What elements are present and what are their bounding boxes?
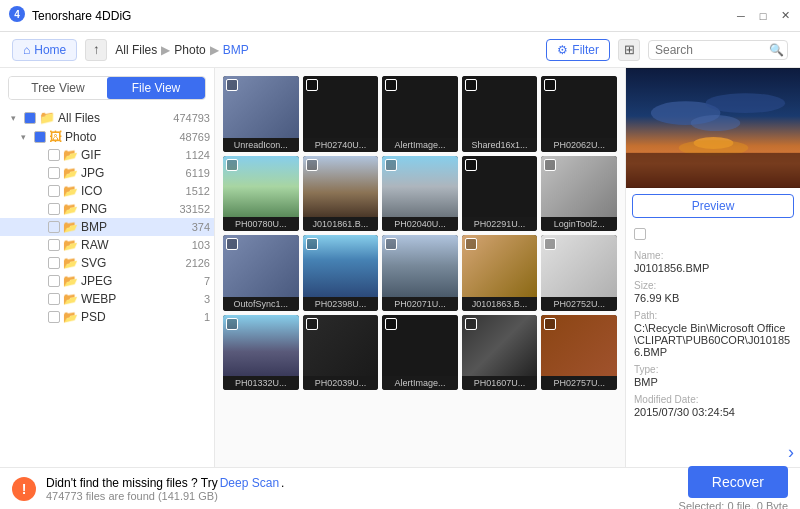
sidebar-item-psd[interactable]: 📂 PSD 1 [0,308,214,326]
search-icon[interactable]: 🔍 [769,43,784,57]
file-thumb-12[interactable]: PH02071U... [382,235,458,311]
gif-checkbox[interactable] [48,149,60,161]
sidebar-item-jpeg[interactable]: 📂 JPEG 7 [0,272,214,290]
bmp-checkbox[interactable] [48,221,60,233]
meta-type: Type: BMP [634,364,792,388]
raw-checkbox[interactable] [48,239,60,251]
home-button[interactable]: ⌂ Home [12,39,77,61]
thumb-checkbox-7[interactable] [385,159,397,171]
file-thumb-18[interactable]: PH01607U... [462,315,538,391]
thumb-checkbox-1[interactable] [306,79,318,91]
filter-button[interactable]: ⚙ Filter [546,39,610,61]
jpg-checkbox[interactable] [48,167,60,179]
thumb-checkbox-0[interactable] [226,79,238,91]
file-thumb-7[interactable]: PH02040U... [382,156,458,232]
raw-count: 103 [192,239,210,251]
svg-point-4 [706,93,786,113]
meta-name: Name: J0101856.BMP [634,250,792,274]
meta-next: › [626,442,800,467]
preview-button[interactable]: Preview [632,194,794,218]
maximize-button[interactable]: □ [756,9,770,23]
deep-scan-link[interactable]: Deep Scan [220,476,279,490]
sidebar-item-svg[interactable]: 📂 SVG 2126 [0,254,214,272]
thumb-checkbox-8[interactable] [465,159,477,171]
thumb-checkbox-12[interactable] [385,238,397,250]
recover-button[interactable]: Recover [688,466,788,498]
file-view-tab[interactable]: File View [107,77,205,99]
thumb-checkbox-18[interactable] [465,318,477,330]
thumb-checkbox-14[interactable] [544,238,556,250]
breadcrumb-photo[interactable]: Photo [174,43,205,57]
thumb-checkbox-11[interactable] [306,238,318,250]
file-thumb-8[interactable]: PH02291U... [462,156,538,232]
search-input[interactable] [655,43,765,57]
jpg-count: 6119 [186,167,210,179]
grid-view-button[interactable]: ⊞ [618,39,640,61]
psd-folder-icon: 📂 [63,310,78,324]
thumb-checkbox-9[interactable] [544,159,556,171]
breadcrumb-allfiles[interactable]: All Files [115,43,157,57]
file-thumb-11[interactable]: PH02398U... [303,235,379,311]
file-thumb-10[interactable]: OutofSync1... [223,235,299,311]
file-thumb-5[interactable]: PH00780U... [223,156,299,232]
sidebar-item-gif[interactable]: 📂 GIF 1124 [0,146,214,164]
file-thumb-17[interactable]: AlertImage... [382,315,458,391]
file-select-checkbox[interactable] [634,228,646,240]
sidebar-item-bmp[interactable]: 📂 BMP 374 [0,218,214,236]
file-thumb-15[interactable]: PH01332U... [223,315,299,391]
thumb-checkbox-5[interactable] [226,159,238,171]
file-thumb-0[interactable]: UnreadIcon... [223,76,299,152]
thumb-name-16: PH02039U... [303,376,379,390]
thumb-checkbox-19[interactable] [544,318,556,330]
thumb-checkbox-15[interactable] [226,318,238,330]
file-thumb-2[interactable]: AlertImage... [382,76,458,152]
tree-view-tab[interactable]: Tree View [9,77,107,99]
thumb-checkbox-10[interactable] [226,238,238,250]
nav-up-button[interactable]: ↑ [85,39,107,61]
file-thumb-16[interactable]: PH02039U... [303,315,379,391]
sidebar-item-ico[interactable]: 📂 ICO 1512 [0,182,214,200]
file-thumb-1[interactable]: PH02740U... [303,76,379,152]
svg-count: 2126 [186,257,210,269]
thumb-checkbox-17[interactable] [385,318,397,330]
sidebar-item-png[interactable]: 📂 PNG 33152 [0,200,214,218]
webp-checkbox[interactable] [48,293,60,305]
meta-modified-value: 2015/07/30 03:24:54 [634,406,792,418]
file-thumb-13[interactable]: J0101863.B... [462,235,538,311]
png-checkbox[interactable] [48,203,60,215]
file-thumb-19[interactable]: PH02757U... [541,315,617,391]
photo-checkbox[interactable] [34,131,46,143]
breadcrumb-bmp[interactable]: BMP [223,43,249,57]
sidebar-item-jpg[interactable]: 📂 JPG 6119 [0,164,214,182]
thumb-checkbox-6[interactable] [306,159,318,171]
sidebar-item-raw[interactable]: 📂 RAW 103 [0,236,214,254]
thumb-name-0: UnreadIcon... [223,138,299,152]
thumb-checkbox-4[interactable] [544,79,556,91]
sidebar-item-webp[interactable]: 📂 WEBP 3 [0,290,214,308]
minimize-button[interactable]: ─ [734,9,748,23]
thumb-checkbox-2[interactable] [385,79,397,91]
sidebar: Tree View File View ▾ 📁 All Files 474793… [0,68,215,467]
ico-checkbox[interactable] [48,185,60,197]
jpeg-checkbox[interactable] [48,275,60,287]
jpg-label: JPG [81,166,181,180]
close-button[interactable]: ✕ [778,9,792,23]
file-thumb-14[interactable]: PH02752U... [541,235,617,311]
sidebar-item-allfiles[interactable]: ▾ 📁 All Files 474793 [0,108,214,127]
file-thumb-3[interactable]: Shared16x1... [462,76,538,152]
svg-checkbox[interactable] [48,257,60,269]
thumb-checkbox-3[interactable] [465,79,477,91]
thumb-checkbox-16[interactable] [306,318,318,330]
thumb-checkbox-13[interactable] [465,238,477,250]
file-area: UnreadIcon... PH02740U... AlertImage... … [215,68,625,467]
titlebar-controls: ─ □ ✕ [734,9,792,23]
file-thumb-6[interactable]: J0101861.B... [303,156,379,232]
titlebar: 4 Tenorshare 4DDiG ─ □ ✕ [0,0,800,32]
file-thumb-9[interactable]: LoginTool2... [541,156,617,232]
file-thumb-4[interactable]: PH02062U... [541,76,617,152]
sidebar-item-photo[interactable]: ▾ 🖼 Photo 48769 [0,127,214,146]
thumb-name-3: Shared16x1... [462,138,538,152]
allfiles-checkbox[interactable] [24,112,36,124]
next-arrow-icon[interactable]: › [788,442,794,463]
psd-checkbox[interactable] [48,311,60,323]
